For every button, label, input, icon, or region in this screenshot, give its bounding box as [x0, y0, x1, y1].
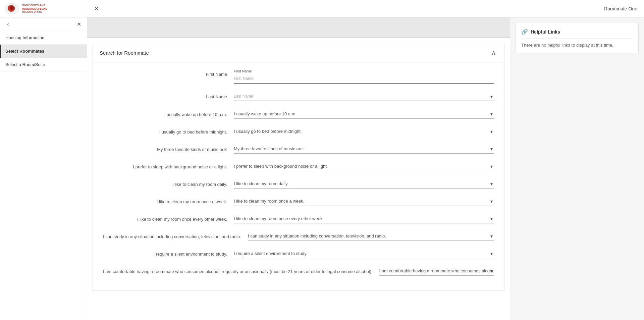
field-wrapper-2: My three favorite kinds of music are:: [234, 144, 494, 154]
right-panel: 🔗 Helpful Links There are no helpful lin…: [510, 17, 644, 320]
select-field-8[interactable]: I require a silent environment to study.: [234, 249, 494, 258]
form-row-field-0: I usually wake up before 10 a.m.I usuall…: [103, 109, 494, 119]
select-field-9[interactable]: I am comfortable having a roommate who c…: [379, 266, 494, 276]
select-field-7[interactable]: I can study in any situation including c…: [248, 231, 494, 241]
sidebar-item-select-roommates[interactable]: Select Roommates: [0, 45, 87, 58]
last-name-field: [234, 92, 494, 101]
form-row-field-5: I like to clean my room once a week.I li…: [103, 197, 494, 206]
form-area: Search for Roommate ∧ First Name First N…: [87, 17, 510, 320]
field-wrapper-3: I prefer to sleep with background noise …: [234, 162, 494, 171]
first-name-float-label: First Name: [234, 69, 494, 73]
form-row-field-8: I require a silent environment to study.…: [103, 249, 494, 258]
main-header: ✕ Roommate One: [87, 0, 644, 17]
sidebar-logo: SUNY CORTLAND RESIDENCE LIFE AND HOUSING…: [4, 3, 47, 15]
field-wrapper-7: I can study in any situation including c…: [248, 231, 494, 241]
top-banner: [87, 17, 510, 38]
logo-text: SUNY CORTLAND RESIDENCE LIFE AND HOUSING…: [22, 4, 47, 13]
field-wrapper-0: I usually wake up before 10 a.m.: [234, 109, 494, 119]
last-name-input[interactable]: [234, 92, 494, 101]
sidebar-item-select-room-suite[interactable]: Select a Room/Suite: [0, 58, 87, 71]
first-name-label: First Name: [103, 69, 227, 77]
dropdown-fields: I usually wake up before 10 a.m.I usuall…: [103, 109, 494, 276]
field-wrapper-1: I usually go to bed before midnight.: [234, 127, 494, 136]
helpful-links-header: 🔗 Helpful Links: [521, 29, 633, 39]
select-field-5[interactable]: I like to clean my room once a week.: [234, 197, 494, 206]
search-section-title: Search for Roommate: [100, 50, 149, 56]
select-wrapper-6: I like to clean my room once every other…: [234, 214, 494, 223]
select-wrapper-9: I am comfortable having a roommate who c…: [379, 266, 494, 276]
field-label-2: My three favorite kinds of music are:: [103, 144, 227, 152]
select-wrapper-1: I usually go to bed before midnight.: [234, 127, 494, 136]
field-label-7: I can study in any situation including c…: [103, 231, 241, 239]
collapse-button[interactable]: ∧: [489, 49, 497, 57]
form-row-field-6: I like to clean my room once every other…: [103, 214, 494, 223]
select-field-1[interactable]: I usually go to bed before midnight.: [234, 127, 494, 136]
last-name-label: Last Name: [103, 92, 227, 99]
field-label-1: I usually go to bed before midnight.: [103, 127, 227, 135]
link-icon: 🔗: [521, 29, 528, 35]
helpful-links-title: Helpful Links: [531, 29, 560, 35]
select-field-0[interactable]: I usually wake up before 10 a.m.: [234, 109, 494, 119]
field-label-4: I like to clean my room daily.: [103, 179, 227, 187]
main-header-title: Roommate One: [604, 6, 637, 11]
main-close-button[interactable]: ✕: [94, 5, 99, 12]
sidebar-header: SUNY CORTLAND RESIDENCE LIFE AND HOUSING…: [0, 0, 87, 17]
sidebar-back-button[interactable]: ‹: [4, 20, 12, 28]
field-wrapper-6: I like to clean my room once every other…: [234, 214, 494, 223]
search-section-header: Search for Roommate ∧: [93, 43, 504, 62]
field-wrapper-5: I like to clean my room once a week.: [234, 197, 494, 206]
helpful-links-empty: There are no helpful links to display at…: [521, 43, 633, 48]
main-content: ✕ Roommate One Search for Roommate ∧ Fir…: [87, 0, 644, 320]
form-row-field-3: I prefer to sleep with background noise …: [103, 162, 494, 171]
form-row-first-name: First Name First Name: [103, 69, 494, 84]
logo-icon: [4, 3, 19, 15]
sidebar-close-button[interactable]: ✕: [75, 20, 83, 28]
select-field-6[interactable]: I like to clean my room once every other…: [234, 214, 494, 223]
last-name-wrapper: [234, 92, 494, 101]
select-wrapper-5: I like to clean my room once a week.: [234, 197, 494, 206]
sidebar-navigation: Housing Information Select Roommates Sel…: [0, 31, 87, 71]
select-field-4[interactable]: I like to clean my room daily.: [234, 179, 494, 189]
field-label-8: I require a silent environment to study.: [103, 249, 227, 257]
select-field-3[interactable]: I prefer to sleep with background noise …: [234, 162, 494, 171]
helpful-links-card: 🔗 Helpful Links There are no helpful lin…: [516, 23, 639, 53]
select-wrapper-0: I usually wake up before 10 a.m.: [234, 109, 494, 119]
form-row-field-2: My three favorite kinds of music are:My …: [103, 144, 494, 154]
form-row-field-1: I usually go to bed before midnight.I us…: [103, 127, 494, 136]
sidebar-nav-header: ‹ ✕: [0, 17, 87, 31]
main-body: Search for Roommate ∧ First Name First N…: [87, 17, 644, 320]
field-label-5: I like to clean my room once a week.: [103, 197, 227, 204]
search-section: Search for Roommate ∧ First Name First N…: [93, 43, 504, 291]
form-row-field-4: I like to clean my room daily.I like to …: [103, 179, 494, 189]
sidebar-item-housing-information[interactable]: Housing Information: [0, 31, 87, 45]
form-row-last-name: Last Name: [103, 92, 494, 101]
select-wrapper-3: I prefer to sleep with background noise …: [234, 162, 494, 171]
form-body: First Name First Name Last Name: [93, 62, 504, 290]
field-label-9: I am comfortable having a roommate who c…: [103, 266, 373, 274]
field-label-6: I like to clean my room once every other…: [103, 214, 227, 222]
select-wrapper-8: I require a silent environment to study.: [234, 249, 494, 258]
select-wrapper-7: I can study in any situation including c…: [248, 231, 494, 241]
select-field-2[interactable]: My three favorite kinds of music are:: [234, 144, 494, 154]
form-row-field-9: I am comfortable having a roommate who c…: [103, 266, 494, 276]
form-row-field-7: I can study in any situation including c…: [103, 231, 494, 241]
field-wrapper-4: I like to clean my room daily.: [234, 179, 494, 189]
select-wrapper-2: My three favorite kinds of music are:: [234, 144, 494, 154]
field-label-3: I prefer to sleep with background noise …: [103, 162, 227, 169]
field-wrapper-8: I require a silent environment to study.: [234, 249, 494, 258]
sidebar: SUNY CORTLAND RESIDENCE LIFE AND HOUSING…: [0, 0, 87, 320]
first-name-field: First Name: [234, 69, 494, 84]
field-label-0: I usually wake up before 10 a.m.: [103, 109, 227, 117]
field-wrapper-9: I am comfortable having a roommate who c…: [379, 266, 494, 276]
first-name-input[interactable]: [234, 74, 494, 84]
select-wrapper-4: I like to clean my room daily.: [234, 179, 494, 189]
